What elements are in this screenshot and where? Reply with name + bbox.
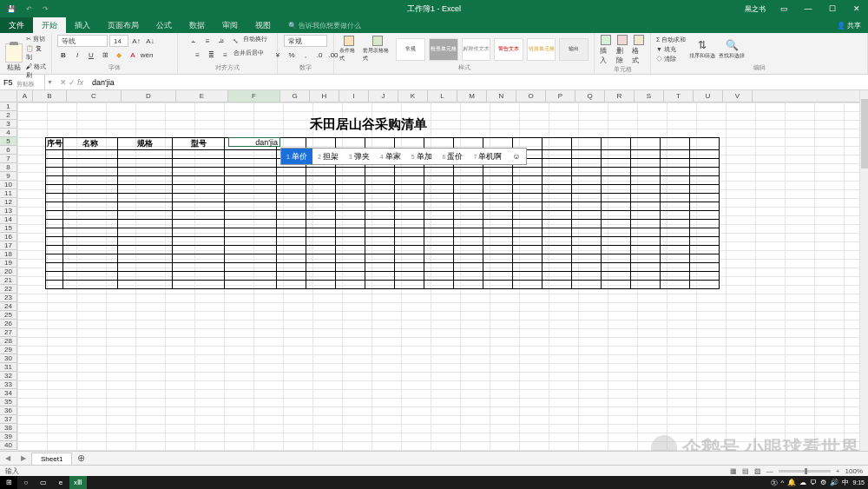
sort-filter-button[interactable]: ⇅排序和筛选 bbox=[689, 39, 715, 60]
table-cell[interactable] bbox=[542, 246, 572, 254]
table-cell[interactable] bbox=[454, 272, 483, 281]
table-cell[interactable] bbox=[225, 220, 277, 228]
table-cell[interactable] bbox=[631, 220, 661, 228]
table-cell[interactable] bbox=[277, 263, 306, 272]
table-cell[interactable] bbox=[63, 254, 118, 263]
tray-icon[interactable]: ⚙ bbox=[820, 479, 826, 486]
table-cell[interactable] bbox=[602, 185, 631, 194]
add-sheet-button[interactable]: ⊕ bbox=[72, 453, 90, 464]
table-cell[interactable] bbox=[631, 246, 661, 254]
qat-redo[interactable]: ↷ bbox=[39, 5, 52, 13]
table-cell[interactable] bbox=[225, 281, 277, 289]
zoom-out-button[interactable]: — bbox=[766, 467, 773, 475]
sheet-tab-active[interactable]: Sheet1 bbox=[31, 453, 72, 465]
col-header-J[interactable]: J bbox=[369, 90, 398, 102]
row-header-26[interactable]: 26 bbox=[0, 320, 17, 328]
table-cell[interactable] bbox=[336, 202, 365, 211]
table-cell[interactable] bbox=[424, 211, 454, 220]
table-cell[interactable] bbox=[631, 263, 661, 272]
table-cell[interactable] bbox=[661, 211, 690, 220]
table-cell[interactable] bbox=[572, 220, 602, 228]
ime-candidate[interactable]: 4单家 bbox=[375, 149, 406, 164]
table-cell[interactable] bbox=[631, 228, 661, 237]
style-explain[interactable]: 解释性文本 bbox=[462, 38, 491, 61]
table-cell[interactable] bbox=[542, 202, 572, 211]
style-output[interactable]: 输出 bbox=[559, 38, 589, 61]
row-header-28[interactable]: 28 bbox=[0, 337, 17, 346]
table-header-cell[interactable] bbox=[690, 138, 720, 150]
table-cell[interactable] bbox=[454, 281, 483, 289]
table-cell[interactable] bbox=[631, 281, 661, 289]
table-header-cell[interactable] bbox=[572, 138, 602, 150]
table-cell[interactable] bbox=[424, 185, 454, 194]
table-cell[interactable] bbox=[483, 263, 513, 272]
table-cell[interactable] bbox=[483, 281, 513, 289]
cancel-formula-icon[interactable]: ✕ bbox=[60, 78, 67, 87]
table-cell[interactable] bbox=[63, 220, 118, 228]
border-button[interactable]: ⊞ bbox=[99, 49, 111, 61]
table-cell[interactable] bbox=[365, 185, 395, 194]
style-normal[interactable]: 常规 bbox=[396, 38, 425, 61]
table-cell[interactable] bbox=[661, 237, 690, 246]
table-cell[interactable] bbox=[572, 185, 602, 194]
table-cell[interactable] bbox=[690, 211, 720, 220]
table-cell[interactable] bbox=[661, 254, 690, 263]
font-color-button[interactable]: A bbox=[127, 49, 139, 61]
table-cell[interactable] bbox=[63, 228, 118, 237]
table-cell[interactable] bbox=[542, 228, 572, 237]
tab-公式[interactable]: 公式 bbox=[148, 17, 181, 33]
table-header-cell[interactable] bbox=[661, 138, 690, 150]
table-cell[interactable] bbox=[365, 202, 395, 211]
taskbar-app-icon[interactable]: e bbox=[52, 476, 69, 489]
table-cell[interactable] bbox=[306, 176, 336, 185]
tell-me-search[interactable]: 🔍 告诉我你想要做什么 bbox=[279, 21, 361, 30]
table-cell[interactable] bbox=[118, 176, 173, 185]
row-header-16[interactable]: 16 bbox=[0, 233, 17, 241]
table-cell[interactable] bbox=[572, 281, 602, 289]
table-cell[interactable] bbox=[454, 202, 483, 211]
tray-icon[interactable]: 🗩 bbox=[810, 479, 817, 486]
row-header-7[interactable]: 7 bbox=[0, 155, 17, 163]
table-cell[interactable] bbox=[365, 228, 395, 237]
table-cell[interactable] bbox=[631, 202, 661, 211]
table-cell[interactable] bbox=[225, 263, 277, 272]
table-cell[interactable] bbox=[277, 168, 306, 176]
table-cell[interactable] bbox=[572, 237, 602, 246]
table-cell[interactable] bbox=[173, 185, 225, 194]
table-cell[interactable] bbox=[483, 254, 513, 263]
table-cell[interactable] bbox=[542, 150, 572, 159]
sheet-title[interactable]: 禾田居山谷采购清单 bbox=[45, 111, 691, 137]
worksheet-grid[interactable]: ABCDEFGHIJKLMNOPQRSTUV 12345678910111213… bbox=[0, 90, 868, 452]
table-cell[interactable] bbox=[454, 237, 483, 246]
table-cell[interactable] bbox=[661, 272, 690, 281]
find-select-button[interactable]: 🔍查找和选择 bbox=[719, 39, 745, 60]
table-cell[interactable] bbox=[225, 168, 277, 176]
table-cell[interactable] bbox=[63, 263, 118, 272]
table-cell[interactable] bbox=[602, 220, 631, 228]
table-cell[interactable] bbox=[277, 237, 306, 246]
table-cell[interactable] bbox=[63, 281, 118, 289]
row-header-39[interactable]: 39 bbox=[0, 433, 17, 441]
table-cell[interactable] bbox=[225, 159, 277, 168]
table-cell[interactable] bbox=[63, 185, 118, 194]
sheet-nav-next-icon[interactable]: ▶ bbox=[16, 454, 31, 462]
table-cell[interactable] bbox=[631, 159, 661, 168]
table-cell[interactable] bbox=[277, 202, 306, 211]
col-header-B[interactable]: B bbox=[33, 90, 67, 102]
table-cell[interactable] bbox=[63, 176, 118, 185]
col-header-O[interactable]: O bbox=[516, 90, 546, 102]
table-cell[interactable] bbox=[572, 263, 602, 272]
table-cell[interactable] bbox=[454, 220, 483, 228]
table-cell[interactable] bbox=[365, 237, 395, 246]
table-cell[interactable] bbox=[46, 185, 63, 194]
table-cell[interactable] bbox=[602, 168, 631, 176]
table-cell[interactable] bbox=[306, 168, 336, 176]
table-cell[interactable] bbox=[513, 237, 542, 246]
row-header-37[interactable]: 37 bbox=[0, 415, 17, 424]
row-header-6[interactable]: 6 bbox=[0, 146, 17, 155]
col-header-V[interactable]: V bbox=[723, 90, 753, 102]
col-header-E[interactable]: E bbox=[176, 90, 228, 102]
col-header-N[interactable]: N bbox=[487, 90, 516, 102]
view-normal-icon[interactable]: ▦ bbox=[730, 467, 737, 475]
decrease-font-icon[interactable]: A↓ bbox=[144, 35, 156, 47]
